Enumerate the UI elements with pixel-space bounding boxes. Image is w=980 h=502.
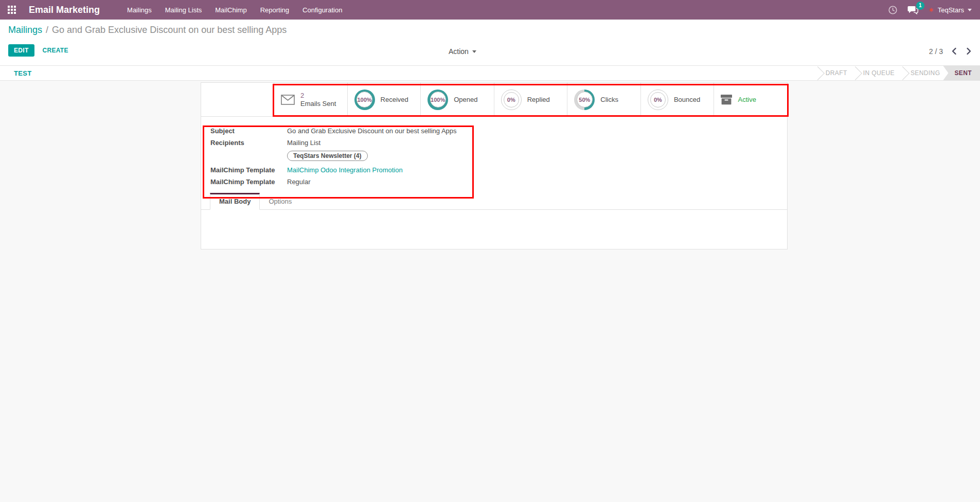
progress-ring-icon: 0% (648, 89, 668, 110)
stat-label: Active (738, 96, 756, 103)
stat-value: 2 (300, 92, 336, 100)
stat-emails-sent-button[interactable]: 2 Emails Sent (274, 83, 347, 116)
user-name: TeqStars (938, 6, 964, 14)
menu-mailings[interactable]: Mailings (120, 0, 158, 20)
create-button[interactable]: CREATE (37, 44, 75, 57)
statusbar: DRAFT IN QUEUE SENDING SENT (817, 66, 980, 80)
mailchimp-template-label: MailChimp Template (210, 166, 287, 174)
stat-percent: 100% (357, 92, 372, 107)
pager-next-button[interactable] (965, 46, 973, 56)
stat-replied-button[interactable]: 0% Replied (494, 83, 567, 116)
recipients-label: Recipients (210, 139, 287, 147)
stat-percent: 100% (430, 92, 446, 107)
status-step-sent[interactable]: SENT (943, 66, 980, 80)
stat-label: Clicks (600, 96, 618, 103)
action-dropdown-label: Action (449, 47, 469, 56)
menu-mailing-lists[interactable]: Mailing Lists (158, 0, 209, 20)
mailing-list-tag[interactable]: TeqStars Newsletter (4) (287, 151, 368, 161)
tab-mail-body[interactable]: Mail Body (210, 193, 260, 210)
apps-grid-icon (8, 6, 16, 14)
test-button[interactable]: TEST (14, 69, 31, 77)
edit-button[interactable]: EDIT (8, 44, 34, 57)
company-logo-icon: ✷ (929, 7, 934, 13)
breadcrumb-current: Go and Grab Exclusive Discount on our be… (52, 25, 287, 35)
menu-reporting[interactable]: Reporting (254, 0, 296, 20)
stat-button-box: 2 Emails Sent 100% Received 100% Opened … (201, 83, 787, 117)
mailchimp-template-link[interactable]: MailChimp Odoo Integration Promotion (287, 166, 403, 174)
activity-clock-icon[interactable] (888, 6, 897, 14)
active-archive-button[interactable]: Active (714, 83, 787, 116)
stat-received-button[interactable]: 100% Received (347, 83, 421, 116)
main-menu: Mailings Mailing Lists MailChimp Reporti… (120, 0, 349, 20)
stat-percent: 0% (650, 92, 666, 107)
menu-configuration[interactable]: Configuration (296, 0, 349, 20)
messages-icon[interactable]: 1 (907, 6, 918, 14)
stat-label: Bounced (674, 96, 700, 103)
progress-ring-icon: 100% (427, 89, 448, 110)
breadcrumb-mailings-link[interactable]: Mailings (8, 25, 42, 35)
form-sheet: 2 Emails Sent 100% Received 100% Opened … (201, 82, 788, 249)
breadcrumb: Mailings / Go and Grab Exclusive Discoun… (0, 21, 980, 39)
chevron-right-icon (966, 47, 972, 55)
pager-count: 2 / 3 (929, 47, 943, 56)
mailchimp-template-type-label: MailChimp Template (210, 178, 287, 186)
progress-ring-icon: 50% (574, 89, 595, 110)
progress-ring-icon: 0% (501, 89, 522, 110)
subject-label: Subject (210, 127, 287, 135)
caret-down-icon (968, 9, 972, 11)
subject-value: Go and Grab Exclusive Discount on our be… (287, 127, 457, 135)
app-title: Email Marketing (29, 5, 100, 15)
tab-options[interactable]: Options (260, 193, 300, 209)
stat-clicks-button[interactable]: 50% Clicks (567, 83, 640, 116)
control-panel: EDIT CREATE Action 2 / 3 (0, 39, 980, 66)
envelope-icon (281, 95, 295, 105)
chevron-left-icon (951, 47, 957, 55)
pager-previous-button[interactable] (950, 46, 958, 56)
stat-percent: 50% (577, 92, 593, 107)
top-navbar: Email Marketing Mailings Mailing Lists M… (0, 0, 980, 20)
mail-body-content (201, 210, 787, 237)
stat-percent: 0% (504, 92, 519, 107)
stat-label: Replied (527, 96, 550, 103)
form-fields: Subject Go and Grab Exclusive Discount o… (201, 117, 787, 186)
progress-ring-icon: 100% (354, 89, 375, 110)
stat-label: Received (381, 96, 408, 103)
status-row: TEST DRAFT IN QUEUE SENDING SENT (0, 66, 980, 81)
caret-down-icon (472, 50, 476, 53)
stat-opened-button[interactable]: 100% Opened (420, 83, 494, 116)
user-menu[interactable]: ✷ TeqStars (929, 6, 972, 14)
stat-bounced-button[interactable]: 0% Bounced (640, 83, 714, 116)
mailchimp-template-type-value: Regular (287, 178, 311, 186)
stat-label: Opened (454, 96, 477, 103)
recipients-value: Mailing List (287, 139, 320, 147)
messages-count-badge: 1 (916, 2, 924, 10)
archive-icon (721, 94, 732, 105)
button-box-spacer (201, 83, 274, 116)
stat-label: Emails Sent (300, 100, 336, 108)
form-view-area: 2 Emails Sent 100% Received 100% Opened … (0, 81, 980, 502)
notebook-tabs: Mail Body Options (201, 193, 787, 210)
breadcrumb-separator: / (46, 25, 48, 35)
menu-mailchimp[interactable]: MailChimp (208, 0, 253, 20)
apps-menu-button[interactable] (0, 0, 24, 20)
action-dropdown[interactable]: Action (449, 47, 476, 56)
pager: 2 / 3 (929, 46, 973, 56)
